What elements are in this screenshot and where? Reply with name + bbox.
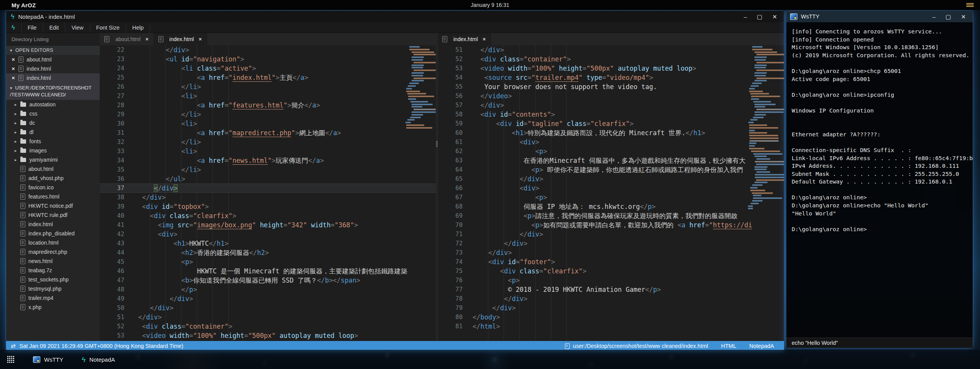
minimap-left[interactable]: [405, 46, 434, 130]
code-line-56[interactable]: 56 </video>: [438, 91, 784, 101]
code-line-35[interactable]: 35 </li>: [100, 165, 436, 174]
menu-edit[interactable]: Edit: [43, 23, 65, 33]
code-line-34[interactable]: 34 <a href="news.html">玩家傳送門</a>: [100, 156, 436, 165]
code-line-38[interactable]: 38 </div>: [100, 193, 436, 202]
code-line-51[interactable]: 51 </div>: [438, 45, 784, 55]
code-line-81[interactable]: 81</html>: [438, 322, 784, 331]
file-mapredirect.php[interactable]: mapredirect.php: [6, 247, 100, 256]
open-editor-index.html[interactable]: ✕index.html: [6, 73, 100, 83]
hamburger-menu-icon[interactable]: [966, 2, 974, 8]
folder-autostation[interactable]: ▸autostation: [6, 100, 100, 109]
code-line-42[interactable]: 42 <div>: [100, 230, 436, 239]
code-line-72[interactable]: 72 </div>: [438, 239, 784, 248]
menu-font-size[interactable]: Font Size: [90, 23, 126, 33]
code-line-32[interactable]: 32 </li>: [100, 137, 436, 147]
code-line-49[interactable]: 49 </div>: [100, 294, 436, 303]
tab-close-icon[interactable]: ✕: [145, 37, 148, 42]
code-line-50[interactable]: 50 </div>: [100, 303, 436, 313]
file-location.html[interactable]: location.html: [6, 238, 100, 247]
code-line-61[interactable]: 61 <div>: [438, 137, 784, 147]
code-line-45[interactable]: 45 <p>: [100, 257, 436, 266]
code-line-80[interactable]: 80</body>: [438, 313, 784, 322]
minimize-icon[interactable]: –: [744, 14, 747, 20]
code-line-48[interactable]: 48 </p>: [100, 285, 436, 294]
code-line-55[interactable]: 55 Your browser does not support the vid…: [438, 82, 784, 91]
code-line-53[interactable]: 53 <video width="100%" height="500px" au…: [438, 64, 784, 73]
code-line-54[interactable]: 54 <source src="trailer.mp4" type="video…: [438, 73, 784, 82]
file-index.html[interactable]: index.html: [6, 220, 100, 229]
code-line-36[interactable]: 36 </ul>: [100, 174, 436, 184]
file-x.php[interactable]: x.php: [6, 303, 100, 312]
file-news.html[interactable]: news.html: [6, 256, 100, 266]
tab-index.html[interactable]: index.html✕: [438, 33, 491, 45]
code-line-53[interactable]: 53 <video width="100%" height="500px" au…: [100, 331, 436, 340]
close-icon[interactable]: ✕: [961, 14, 966, 20]
code-line-25[interactable]: 25 <a href="index.html">主頁</a>: [100, 73, 436, 82]
maximize-icon[interactable]: ▢: [945, 14, 951, 20]
folder-yamiyamimi[interactable]: ▸yamiyamimi: [6, 155, 100, 164]
file-index.php_disabled[interactable]: index.php_disabled: [6, 229, 100, 238]
tab-close-icon[interactable]: ✕: [483, 37, 486, 42]
folder-dl[interactable]: ▸dl: [6, 127, 100, 137]
open-editors-section[interactable]: ▾OPEN EDITORS: [6, 46, 100, 55]
folder-images[interactable]: ▸images: [6, 146, 100, 155]
code-line-44[interactable]: 44 <h2>香港的建築伺服器</h2>: [100, 248, 436, 257]
editor-pane-left[interactable]: 22 </div>23 <ul id="navigation">24 <li c…: [100, 45, 436, 341]
code-line-64[interactable]: 64 <p> 即使你不是建築師，你也能透過紅石師或鐵路工程師的身份加入我們: [438, 165, 784, 174]
code-line-23[interactable]: 23 <ul id="navigation">: [100, 55, 436, 64]
menu-help[interactable]: Help: [126, 23, 150, 33]
code-line-43[interactable]: 43 <h1>HKWTC</h1>: [100, 239, 436, 248]
code-line-62[interactable]: 62 <p>: [438, 147, 784, 156]
code-line-79[interactable]: 79 </div>: [438, 303, 784, 313]
code-line-26[interactable]: 26 </li>: [100, 82, 436, 91]
tab-index.html[interactable]: index.html✕: [154, 33, 207, 45]
code-line-30[interactable]: 30 <li>: [100, 119, 436, 128]
minimap-right[interactable]: [748, 46, 780, 210]
open-editor-index.html[interactable]: ✕index.html: [6, 64, 100, 73]
code-line-41[interactable]: 41 <img src="images/box.png" height="342…: [100, 220, 436, 230]
code-line-60[interactable]: 60 <h1>特別為建築及鐵路而設，現代化的 Minecraft 世界.</h1…: [438, 128, 784, 137]
file-features.html[interactable]: features.html: [6, 192, 100, 201]
notepada-titlebar[interactable]: ϟ NotepadA - index.html – ▢ ✕: [6, 11, 784, 22]
code-line-52[interactable]: 52 <div class="container">: [438, 55, 784, 64]
code-line-67[interactable]: 67 <p>: [438, 193, 784, 202]
menu-view[interactable]: View: [65, 23, 90, 33]
code-line-78[interactable]: 78 </div>: [438, 294, 784, 303]
code-line-22[interactable]: 22 </div>: [100, 45, 436, 55]
file-HKWTC notice.pdf[interactable]: HKWTC notice.pdf: [6, 201, 100, 210]
code-line-27[interactable]: 27 <li>: [100, 91, 436, 101]
editor-pane-right[interactable]: 51 </div>52 <div class="container">53 <v…: [438, 45, 784, 341]
code-line-76[interactable]: 76 <p>: [438, 276, 784, 285]
file-HKWTC rule.pdf[interactable]: HKWTC rule.pdf: [6, 210, 100, 220]
code-line-58[interactable]: 58 <div id="contents">: [438, 110, 784, 119]
file-trailer.mp4[interactable]: trailer.mp4: [6, 293, 100, 303]
tab-close-icon[interactable]: ✕: [198, 37, 202, 42]
code-line-69[interactable]: 69 <p>請注意，我們的伺服器為確保玩家及遊玩時的質素，我們對的服器開啟: [438, 211, 784, 220]
code-line-59[interactable]: 59 <div id="tagline" class="clearfix">: [438, 119, 784, 128]
code-line-24[interactable]: 24 <li class="active">: [100, 64, 436, 73]
maximize-icon[interactable]: ▢: [757, 14, 762, 20]
close-icon[interactable]: ✕: [12, 66, 15, 71]
code-line-33[interactable]: 33 <li>: [100, 147, 436, 156]
code-line-31[interactable]: 31 <a href="mapredirect.php">網上地圖</a>: [100, 128, 436, 137]
code-line-37[interactable]: 37 </div>: [100, 184, 436, 193]
file-about.html[interactable]: about.html: [6, 164, 100, 174]
folder-fonts[interactable]: ▸fonts: [6, 137, 100, 146]
minimize-icon[interactable]: –: [932, 14, 936, 20]
code-line-74[interactable]: 74 <div id="footer">: [438, 257, 784, 266]
close-icon[interactable]: ✕: [12, 57, 15, 62]
code-line-77[interactable]: 77 © 2018 - 2019 HKWTC Animation Gamer</…: [438, 285, 784, 294]
file-teabag.7z[interactable]: teabag.7z: [6, 266, 100, 275]
code-line-40[interactable]: 40 <div class="clearfix">: [100, 211, 436, 220]
code-line-57[interactable]: 57 </div>: [438, 101, 784, 110]
code-line-66[interactable]: 66 <div>: [438, 184, 784, 193]
close-icon[interactable]: ✕: [12, 76, 15, 81]
wstty-titlebar[interactable]: WsTTY – ▢ ✕: [786, 11, 973, 22]
close-icon[interactable]: ✕: [772, 14, 777, 20]
code-line-46[interactable]: 46 HKWTC 是一個 Minecraft 的建築伺服器，主要建築計劃包括鐵路…: [100, 266, 436, 276]
code-line-63[interactable]: 63 在香港的Minecraft 伺服器中，多為小遊戲和純生存的伺服器，較少擁有…: [438, 156, 784, 165]
tab-about.html[interactable]: about.html✕: [100, 33, 154, 45]
code-line-70[interactable]: 70 <p>如有問題或需要申請白名單，歡迎加入我們的 <a href="http…: [438, 220, 784, 230]
menu-file[interactable]: File: [21, 23, 43, 33]
folder-css[interactable]: ▸css: [6, 109, 100, 118]
